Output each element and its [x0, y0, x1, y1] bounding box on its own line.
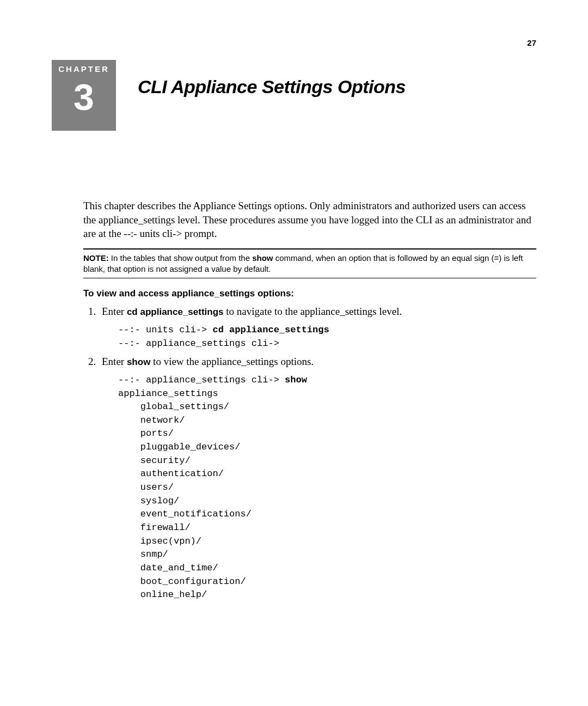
code-block: --:- appliance_settings cli-> show appli… — [118, 374, 536, 602]
page: 27 CHAPTER 3 CLI Appliance Settings Opti… — [0, 0, 588, 639]
chapter-title: CLI Appliance Settings Options — [138, 76, 406, 98]
step-command: cd appliance_settings — [127, 307, 224, 317]
code-line: --:- appliance_settings cli-> — [118, 338, 279, 349]
chapter-number: 3 — [52, 77, 116, 118]
code-command: cd appliance_settings — [212, 325, 329, 335]
step-command: show — [127, 357, 150, 367]
note-label: NOTE: — [83, 253, 109, 263]
steps-list: Enter cd appliance_settings to navigate … — [83, 305, 536, 601]
step-item: Enter show to view the appliance_setting… — [99, 355, 536, 601]
step-after: to view the appliance_settings options. — [150, 356, 314, 367]
code-command: show — [285, 375, 307, 385]
chapter-box: CHAPTER 3 — [52, 60, 116, 131]
intro-paragraph: This chapter describes the Appliance Set… — [83, 199, 536, 241]
step-item: Enter cd appliance_settings to navigate … — [99, 305, 536, 350]
chapter-label: CHAPTER — [52, 64, 116, 74]
step-before: Enter — [102, 306, 127, 317]
chapter-header: CHAPTER 3 CLI Appliance Settings Options — [52, 60, 536, 131]
step-text: Enter show to view the appliance_setting… — [102, 356, 314, 367]
step-text: Enter cd appliance_settings to navigate … — [102, 306, 402, 317]
section-heading: To view and access appliance_settings op… — [83, 288, 536, 299]
content: This chapter describes the Appliance Set… — [83, 199, 536, 602]
step-after: to navigate to the appliance_settings le… — [224, 306, 402, 317]
note-text-before: In the tables that show output from the — [109, 253, 253, 263]
code-body: appliance_settings global_settings/ netw… — [118, 388, 252, 600]
code-prompt: --:- appliance_settings cli-> — [118, 375, 285, 385]
code-block: --:- units cli-> cd appliance_settings -… — [118, 324, 536, 350]
step-before: Enter — [102, 356, 127, 367]
page-number: 27 — [527, 38, 536, 47]
note-box: NOTE: In the tables that show output fro… — [83, 248, 536, 279]
note-show-word: show — [252, 253, 273, 263]
code-prompt: --:- units cli-> — [118, 325, 212, 335]
